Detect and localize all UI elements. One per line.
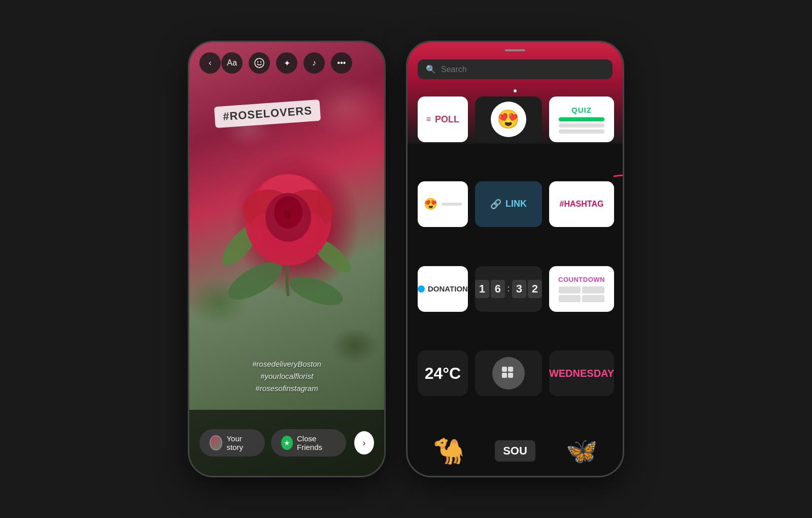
rose-svg <box>215 103 362 306</box>
link-label: LINK <box>505 199 527 209</box>
search-input[interactable] <box>441 65 604 74</box>
quiz-bar-gray <box>559 123 604 127</box>
emoji-reaction-sticker[interactable]: 😍 <box>475 96 542 142</box>
hashtag-sticker-item[interactable]: #HASHTAG <box>549 181 614 227</box>
emoji-bubble: 😍 <box>491 102 526 137</box>
caption-area: #rosedeliveryBoston #yourlocalflorist #r… <box>189 358 384 395</box>
day-label: WEDNESDAY <box>549 368 614 379</box>
temperature-sticker[interactable]: 24°C <box>418 350 468 396</box>
add-sticker[interactable] <box>475 350 542 396</box>
close-friends-icon: ★ <box>281 436 293 450</box>
story-avatar <box>210 435 222 450</box>
svg-point-13 <box>257 61 258 62</box>
close-friends-button[interactable]: ★ Close Friends <box>271 429 347 457</box>
butterfly-emoji: 🦋 <box>566 436 597 466</box>
countdown-grid <box>559 286 604 302</box>
svg-point-1 <box>286 271 346 306</box>
quiz-label: QUIZ <box>571 106 592 114</box>
caption-line-3: #rosesofinstagram <box>189 382 384 395</box>
text-button[interactable]: Aa <box>221 52 243 74</box>
quiz-bar-green <box>559 117 604 121</box>
flip-clock-sticker[interactable]: 1 6 : 3 2 <box>475 266 542 312</box>
emoji-bottom-row: 🐪 SOU 🦋 <box>408 428 623 476</box>
caption-line-1: #rosedeliveryBoston <box>189 358 384 370</box>
countdown-cell-3 <box>559 295 581 302</box>
next-button[interactable]: › <box>354 431 374 455</box>
sticker-grid: ≡ POLL 😍 QUIZ <box>408 96 623 428</box>
countdown-sticker[interactable]: COUNTDOWN <box>549 266 614 312</box>
music-button[interactable]: ♪ <box>303 52 325 74</box>
donation-sticker[interactable]: DONATION <box>418 266 468 312</box>
svg-rect-17 <box>508 367 513 372</box>
donation-dot <box>418 285 425 293</box>
add-icon <box>492 357 525 390</box>
arrow-indicator <box>609 166 623 207</box>
left-phone: ‹ Aa ✦ ♪ ••• #ROSELOVERS #rosedeliveryBo… <box>188 41 386 477</box>
soul-text-sticker: SOU <box>495 440 535 462</box>
right-content: 🔍 ≡ POLL 😍 <box>408 42 623 476</box>
slider-track <box>442 203 462 206</box>
hashtag-label: #HASHTAG <box>560 200 604 209</box>
svg-rect-16 <box>502 367 507 372</box>
link-sticker[interactable]: 🔗 LINK <box>475 181 542 227</box>
donation-label: DONATION <box>428 284 468 293</box>
quiz-sticker[interactable]: QUIZ <box>549 96 614 142</box>
caption-line-2: #yourlocalflorist <box>189 370 384 382</box>
search-icon: 🔍 <box>426 64 436 74</box>
svg-point-14 <box>260 61 261 62</box>
svg-rect-19 <box>508 373 513 378</box>
your-story-button[interactable]: Your story <box>199 429 265 457</box>
flip-digit-4: 2 <box>528 280 542 298</box>
heart-eyes-emoji: 😍 <box>497 109 520 130</box>
your-story-label: Your story <box>226 434 254 451</box>
sparkle-button[interactable]: ✦ <box>276 52 297 74</box>
toolbar: ‹ Aa ✦ ♪ ••• <box>189 52 384 74</box>
flip-digit-2: 6 <box>491 280 505 298</box>
countdown-label-text: COUNTDOWN <box>558 276 605 283</box>
countdown-cell-4 <box>582 295 604 302</box>
poll-sticker[interactable]: ≡ POLL <box>418 96 468 142</box>
right-phone: 🔍 ≡ POLL 😍 <box>406 41 624 477</box>
day-sticker[interactable]: WEDNESDAY <box>549 350 614 396</box>
quiz-bar-gray-2 <box>559 130 604 134</box>
poll-icon: ≡ <box>426 115 431 124</box>
more-button[interactable]: ••• <box>331 52 352 74</box>
camel-emoji: 🐪 <box>433 436 464 466</box>
emoji-button[interactable] <box>249 52 270 74</box>
story-bottom-bar: Your story ★ Close Friends › <box>189 410 384 476</box>
temperature-label: 24°C <box>425 364 461 383</box>
svg-point-12 <box>255 58 264 68</box>
flip-digit-1: 1 <box>475 280 489 298</box>
search-bar[interactable]: 🔍 <box>418 59 613 79</box>
page-dot-active <box>514 89 517 92</box>
slider-emoji: 😍 <box>424 198 437 211</box>
svg-rect-18 <box>502 373 507 378</box>
countdown-cell-1 <box>559 286 581 294</box>
poll-label: POLL <box>435 114 459 125</box>
link-icon: 🔗 <box>490 199 501 210</box>
emoji-slider-sticker[interactable]: 😍 <box>418 181 468 227</box>
flip-colon: : <box>507 283 510 294</box>
close-friends-label: Close Friends <box>297 434 336 451</box>
back-button[interactable]: ‹ <box>199 52 221 74</box>
flip-digit-3: 3 <box>512 280 526 298</box>
countdown-cell-2 <box>582 286 604 294</box>
page-indicator <box>408 87 623 96</box>
drag-handle[interactable] <box>505 49 525 51</box>
